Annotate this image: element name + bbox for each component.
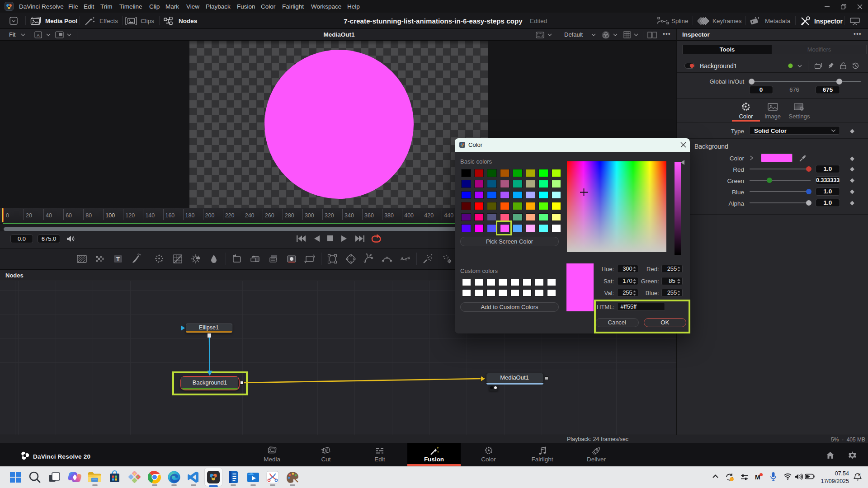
svg-text:T: T	[116, 256, 120, 263]
svg-text:A: A	[37, 33, 40, 38]
svg-text:M: M	[755, 474, 760, 481]
svg-text:z: z	[859, 473, 861, 475]
